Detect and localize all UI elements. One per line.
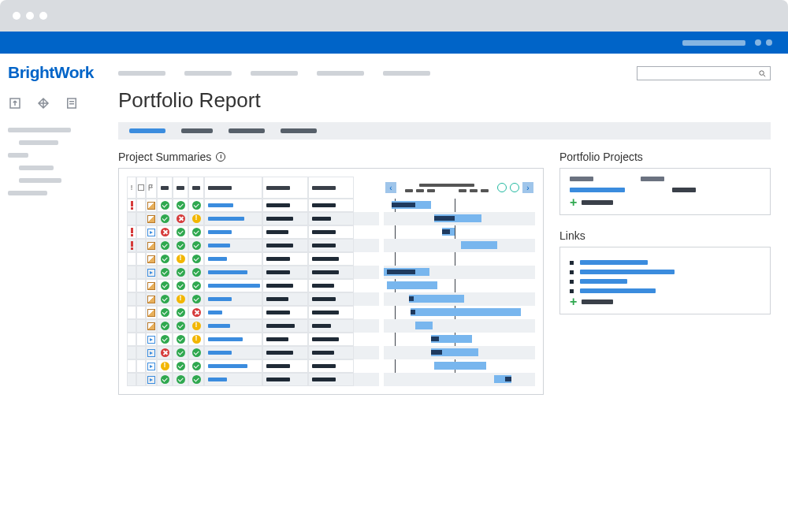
table-row[interactable] bbox=[127, 319, 379, 333]
page-title: Portfolio Report bbox=[118, 88, 771, 113]
top-nav-item[interactable] bbox=[317, 71, 364, 76]
sidebar: BrightWork bbox=[0, 54, 118, 532]
gantt-chart: ‹ › bbox=[384, 177, 535, 386]
window-dot bbox=[39, 12, 47, 20]
table-row[interactable] bbox=[127, 346, 379, 359]
gantt-header: ‹ › bbox=[384, 177, 535, 199]
section-title-portfolio: Portfolio Projects bbox=[559, 151, 771, 163]
tab[interactable] bbox=[229, 128, 265, 133]
gantt-row bbox=[384, 346, 535, 359]
nav-item[interactable] bbox=[8, 128, 71, 132]
col-status3[interactable] bbox=[188, 177, 204, 199]
svg-line-5 bbox=[764, 74, 765, 76]
side-nav bbox=[8, 128, 110, 195]
page-icon[interactable] bbox=[65, 96, 79, 113]
suite-icon[interactable] bbox=[766, 39, 772, 46]
table-row[interactable] bbox=[127, 306, 379, 319]
main-content: ? Portfolio Report Project Summaries i bbox=[118, 54, 788, 532]
tab[interactable] bbox=[181, 128, 213, 133]
table-row[interactable] bbox=[127, 239, 379, 252]
tab-strip bbox=[118, 122, 771, 140]
gantt-row bbox=[384, 359, 535, 373]
add-link-label[interactable] bbox=[582, 299, 613, 304]
summaries-label: Project Summaries bbox=[118, 151, 211, 163]
gantt-prev[interactable]: ‹ bbox=[385, 182, 396, 193]
table-row[interactable] bbox=[127, 279, 379, 292]
gantt-row bbox=[384, 292, 535, 306]
link-item[interactable] bbox=[570, 260, 760, 265]
col-check[interactable] bbox=[136, 177, 146, 199]
top-nav-item[interactable] bbox=[251, 71, 298, 76]
top-nav-item[interactable] bbox=[383, 71, 430, 76]
top-nav-item[interactable] bbox=[118, 71, 165, 76]
table-row[interactable] bbox=[127, 292, 379, 306]
table-row[interactable] bbox=[127, 333, 379, 346]
search-box[interactable] bbox=[637, 66, 771, 80]
col-flag[interactable] bbox=[146, 177, 157, 199]
info-icon[interactable]: i bbox=[216, 152, 225, 162]
links-panel: + bbox=[559, 247, 771, 314]
col-title[interactable] bbox=[204, 177, 262, 199]
suite-icon[interactable] bbox=[755, 39, 761, 46]
suite-bar bbox=[0, 32, 788, 54]
gantt-row bbox=[384, 225, 535, 239]
link-item[interactable] bbox=[570, 270, 760, 274]
tab[interactable] bbox=[281, 128, 317, 133]
top-nav-item[interactable] bbox=[184, 71, 232, 76]
tab[interactable] bbox=[129, 128, 165, 133]
search-icon bbox=[758, 69, 767, 78]
gantt-row bbox=[384, 279, 535, 292]
summary-table: ! bbox=[127, 177, 379, 386]
table-row[interactable] bbox=[127, 373, 379, 386]
browser-titlebar bbox=[0, 0, 788, 32]
field-label bbox=[641, 177, 664, 181]
section-title-summaries: Project Summaries i bbox=[118, 151, 544, 163]
zoom-in-icon[interactable] bbox=[510, 183, 519, 192]
nav-item[interactable] bbox=[8, 153, 28, 158]
table-row[interactable] bbox=[127, 225, 379, 239]
project-link[interactable] bbox=[570, 188, 625, 192]
gantt-row bbox=[384, 266, 535, 279]
col-status2[interactable] bbox=[173, 177, 188, 199]
add-icon[interactable]: + bbox=[570, 199, 577, 206]
svg-point-4 bbox=[760, 70, 764, 75]
field-value bbox=[672, 188, 696, 192]
nav-item[interactable] bbox=[19, 166, 54, 170]
project-summaries-panel: ! bbox=[118, 168, 544, 395]
field-label bbox=[570, 177, 593, 181]
nav-item[interactable] bbox=[8, 191, 47, 195]
add-project-label[interactable] bbox=[582, 200, 613, 205]
table-row[interactable] bbox=[127, 252, 379, 266]
window-dot bbox=[13, 12, 20, 20]
nav-item[interactable] bbox=[19, 178, 61, 183]
gantt-row bbox=[384, 212, 535, 225]
gantt-row bbox=[384, 239, 535, 252]
gantt-row bbox=[384, 333, 535, 346]
zoom-out-icon[interactable] bbox=[497, 183, 507, 192]
link-item[interactable] bbox=[570, 279, 760, 284]
table-header: ! bbox=[127, 177, 379, 199]
table-row[interactable] bbox=[127, 199, 379, 212]
table-row[interactable] bbox=[127, 359, 379, 373]
nav-item[interactable] bbox=[19, 140, 58, 145]
col-date2[interactable] bbox=[308, 177, 354, 199]
gantt-row bbox=[384, 306, 535, 319]
link-item[interactable] bbox=[570, 288, 760, 293]
move-icon[interactable] bbox=[36, 96, 50, 113]
add-icon[interactable]: + bbox=[570, 298, 577, 306]
section-title-links: Links bbox=[559, 229, 771, 242]
gantt-next[interactable]: › bbox=[522, 182, 533, 193]
table-row[interactable] bbox=[127, 212, 379, 225]
gantt-row bbox=[384, 252, 535, 266]
col-alert[interactable]: ! bbox=[127, 177, 136, 199]
col-status1[interactable] bbox=[157, 177, 173, 199]
gantt-row bbox=[384, 199, 535, 212]
window-dot bbox=[26, 12, 34, 20]
portfolio-projects-panel: + bbox=[559, 168, 771, 215]
logo[interactable]: BrightWork bbox=[8, 63, 110, 82]
col-date1[interactable] bbox=[262, 177, 308, 199]
suite-link[interactable] bbox=[682, 40, 745, 46]
table-row[interactable] bbox=[127, 266, 379, 279]
gantt-row bbox=[384, 319, 535, 333]
share-icon[interactable] bbox=[8, 96, 22, 113]
